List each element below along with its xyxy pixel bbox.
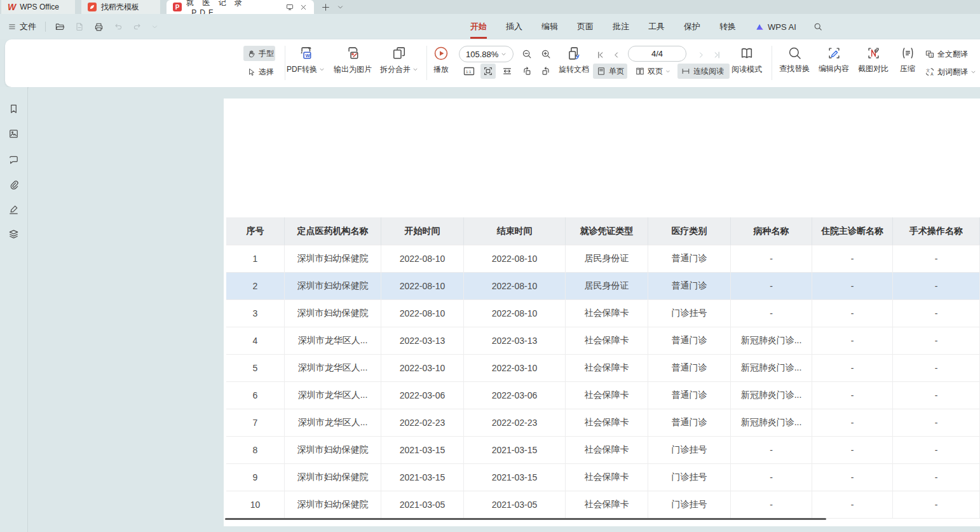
rotate-right-icon [540,65,552,77]
table-header-cell: 开始时间 [381,217,464,245]
menu-tab-convert[interactable]: 转换 [719,21,736,32]
double-page-view-button[interactable]: 双页 [632,64,674,79]
single-page-label: 单页 [609,66,624,77]
new-tab-plus-icon[interactable] [321,3,330,12]
svg-text:1:1: 1:1 [466,70,472,74]
rotate-document-button[interactable]: 旋转文档 [555,45,592,75]
prev-page-button[interactable] [610,47,622,62]
table-cell: - [893,382,980,409]
table-cell: 2021-03-15 [381,464,464,491]
undo-icon[interactable] [113,22,123,32]
save-icon[interactable] [74,22,85,32]
table-cell: - [893,437,980,464]
open-folder-icon[interactable] [55,22,65,32]
play-presentation-button[interactable]: 播放 [428,45,454,75]
full-translate-icon: A文 [925,49,935,59]
zoom-out-button[interactable] [519,46,535,62]
file-menu-button[interactable]: 文件 [8,21,36,32]
split-merge-button[interactable]: 拆分合并 [375,45,423,75]
next-page-button[interactable] [695,47,707,62]
single-page-icon [596,66,606,76]
bookmark-icon[interactable] [8,103,20,115]
read-mode-button[interactable]: 阅读模式 [728,45,766,75]
medical-records-table: 序号定点医药机构名称开始时间结束时间就诊凭证类型医疗类别病种名称住院主诊断名称手… [226,217,980,519]
table-cell: - [812,245,893,273]
screenshot-compare-label: 截图对比 [858,64,888,74]
table-cell: - [731,437,812,464]
rotate-left-button[interactable] [519,64,535,79]
table-cell: 门诊挂号 [648,491,731,519]
layers-icon[interactable] [8,228,20,240]
continuous-reading-label: 连续阅读 [693,66,724,77]
fit-width-icon [501,65,513,77]
table-cell: 深圳市妇幼保健院 [285,464,381,491]
last-page-button[interactable] [711,47,723,62]
zoom-in-button[interactable] [538,46,554,62]
screenshot-compare-button[interactable]: 截图对比 [854,45,892,74]
single-page-view-button[interactable]: 单页 [593,64,627,79]
thumbnail-image-icon[interactable] [8,128,20,140]
table-cell: 社会保障卡 [566,491,648,519]
menu-search-icon[interactable] [813,22,823,32]
hand-tool-button[interactable]: 手型 [243,46,275,61]
first-page-button[interactable] [594,47,606,62]
menu-tab-annotate[interactable]: 批注 [613,21,629,32]
compress-button[interactable]: 压缩 [894,45,922,74]
menu-tab-tools[interactable]: 工具 [648,21,665,32]
horizontal-scrollbar[interactable] [225,518,826,520]
table-cell: 深圳市龙华区人... [285,382,381,409]
tab-document-pdf[interactable]: P 就 医 记 录 .PDF [167,0,314,14]
table-cell: 5 [226,355,285,382]
highlight-pen-icon[interactable] [8,203,20,215]
svg-text:文: 文 [926,68,930,72]
menu-tab-home[interactable]: 开始 [470,21,487,32]
edit-content-button[interactable]: 编辑内容 [815,45,853,74]
menu-tab-wps-ai[interactable]: WPS AI [755,22,796,32]
history-chevron-icon[interactable] [151,24,158,31]
redo-icon[interactable] [132,22,142,32]
menu-tab-protect[interactable]: 保护 [684,21,700,32]
table-cell: - [893,300,980,327]
fit-page-button[interactable] [480,64,496,79]
rotate-right-button[interactable] [538,64,554,79]
hand-tool-label: 手型 [259,48,274,59]
continuous-reading-button[interactable]: 连续阅读 [677,64,730,79]
pdf-convert-button[interactable]: W PDF转换 [283,45,329,75]
export-image-button[interactable]: 输出为图片 [328,45,378,75]
print-icon[interactable] [93,22,104,32]
select-tool-button[interactable]: 选择 [243,64,275,79]
zoom-level-dropdown[interactable]: 105.88% [459,46,514,62]
chevron-down-icon [501,51,507,57]
close-tab-icon[interactable] [299,3,308,11]
page-number-input[interactable] [628,46,686,62]
export-image-label: 输出为图片 [334,64,372,75]
tab-wps-home[interactable]: W WPS Office [1,0,75,14]
chevron-down-icon [970,69,976,75]
table-row: 2深圳市妇幼保健院2022-08-102022-08-10居民身份证普通门诊--… [226,273,980,300]
find-replace-button[interactable]: 查找替换 [775,45,813,74]
tab-docer-templates[interactable]: 找稻壳模板 [81,0,160,14]
document-viewport[interactable]: 序号定点医药机构名称开始时间结束时间就诊凭证类型医疗类别病种名称住院主诊断名称手… [29,87,980,532]
table-cell: 2022-02-23 [464,409,566,437]
table-cell: 6 [226,382,285,409]
menu-tab-insert[interactable]: 插入 [506,21,522,32]
table-cell: 2022-03-06 [381,382,464,409]
wps-logo-icon: W [8,2,15,12]
actual-size-button[interactable]: 1:1 [461,64,477,79]
left-panel-rail [0,87,28,532]
menu-tab-page[interactable]: 页面 [577,21,594,32]
comment-icon[interactable] [8,154,20,166]
table-cell: 新冠肺炎门诊... [731,409,812,437]
table-cell: 8 [226,437,285,464]
table-cell: 2022-08-10 [381,245,464,273]
table-cell: 2022-08-10 [464,273,566,300]
menu-tab-edit[interactable]: 编辑 [541,21,558,32]
monitor-icon[interactable] [285,3,294,11]
attachment-icon[interactable] [8,179,20,191]
fit-width-button[interactable] [500,64,515,79]
word-translate-button[interactable]: 文A 划词翻译 [922,64,980,79]
table-cell: - [893,409,980,437]
tab-list-chevron-icon[interactable] [337,4,344,11]
full-text-translate-button[interactable]: A文 全文翻译 [922,46,980,62]
tab-home-label: WPS Office [20,3,59,11]
